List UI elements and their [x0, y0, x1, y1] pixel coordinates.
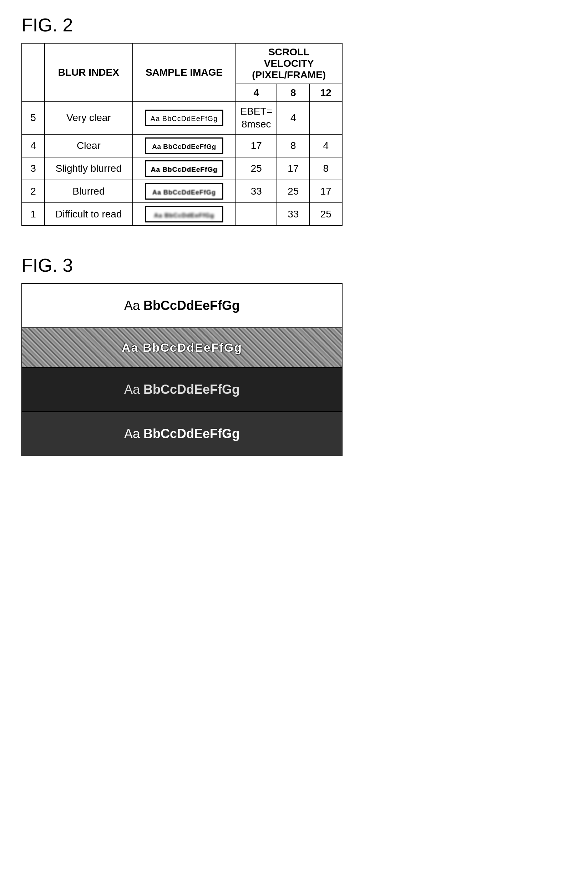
col-scroll-header: SCROLLVELOCITY(PIXEL/FRAME) — [236, 43, 342, 84]
row-v8: 8 — [277, 134, 309, 157]
row-v12: 25 — [309, 203, 342, 225]
row-v12: 8 — [309, 157, 342, 180]
fig3-row1-text-light: Aa — [124, 298, 143, 313]
row-num: 3 — [22, 157, 45, 180]
row-sample: Aa BbCcDdEeFfGg — [133, 102, 236, 134]
table-row: 1 Difficult to read Aa BbCcDdEeFfGg 33 2… — [22, 203, 342, 225]
fig3-row1: Aa BbCcDdEeFfGg — [22, 284, 342, 328]
sample-text: Aa BbCcDdEeFfGg — [151, 115, 218, 122]
col-sample-header: SAMPLE IMAGE — [133, 43, 236, 102]
fig2-section: FIG. 2 BLUR INDEX SAMPLE IMAGE SCROLLVEL… — [21, 14, 567, 226]
row-num: 5 — [22, 102, 45, 134]
row-v12: 4 — [309, 134, 342, 157]
row-num: 4 — [22, 134, 45, 157]
sample-image-box: Aa BbCcDdEeFfGg — [145, 110, 224, 126]
row-sample: Aa BbCcDdEeFfGg — [133, 203, 236, 225]
col-blur-header: BLUR INDEX — [45, 43, 132, 102]
fig3-row3-text-light: Aa — [124, 382, 143, 397]
row-num: 2 — [22, 180, 45, 203]
sample-image-box: Aa BbCcDdEeFfGg — [145, 183, 224, 200]
row-v4: 33 — [236, 180, 277, 203]
row-v4 — [236, 203, 277, 225]
fig3-row4-text-light: Aa — [124, 426, 143, 441]
row-v4: 25 — [236, 157, 277, 180]
table-row: 4 Clear Aa BbCcDdEeFfGg 17 8 4 — [22, 134, 342, 157]
row-v4: 17 — [236, 134, 277, 157]
fig3-display: Aa BbCcDdEeFfGg Aa BbCcDdEeFfGg Aa BbCcD… — [21, 283, 342, 456]
sample-image-box: Aa BbCcDdEeFfGg — [145, 137, 224, 154]
row-v8: 4 — [277, 102, 309, 134]
fig3-row4-text-bold: BbCcDdEeFfGg — [143, 426, 240, 441]
row-num: 1 — [22, 203, 45, 225]
row-label: Difficult to read — [45, 203, 132, 225]
sample-image-box: Aa BbCcDdEeFfGg — [145, 160, 224, 177]
col-v4-header: 4 — [236, 84, 277, 102]
blur-index-table: BLUR INDEX SAMPLE IMAGE SCROLLVELOCITY(P… — [21, 43, 342, 226]
col-v12-header: 12 — [309, 84, 342, 102]
fig3-row2-text: Aa BbCcDdEeFfGg — [122, 341, 242, 354]
fig3-row2: Aa BbCcDdEeFfGg — [22, 328, 342, 368]
sample-image-box: Aa BbCcDdEeFfGg — [145, 206, 224, 222]
row-label: Slightly blurred — [45, 157, 132, 180]
table-row: 2 Blurred Aa BbCcDdEeFfGg 33 25 17 — [22, 180, 342, 203]
row-sample: Aa BbCcDdEeFfGg — [133, 157, 236, 180]
row-v12 — [309, 102, 342, 134]
row-v8: 33 — [277, 203, 309, 225]
sample-text: Aa BbCcDdEeFfGg — [151, 166, 218, 173]
row-v4: EBET=8msec — [236, 102, 277, 134]
row-v12: 17 — [309, 180, 342, 203]
fig3-row4: Aa BbCcDdEeFfGg — [22, 412, 342, 455]
table-row: 5 Very clear Aa BbCcDdEeFfGg EBET=8msec … — [22, 102, 342, 134]
col-number-header — [22, 43, 45, 102]
sample-text: Aa BbCcDdEeFfGg — [152, 143, 216, 150]
row-sample: Aa BbCcDdEeFfGg — [133, 134, 236, 157]
row-label: Very clear — [45, 102, 132, 134]
sample-text: Aa BbCcDdEeFfGg — [152, 189, 216, 196]
fig2-title: FIG. 2 — [21, 14, 567, 36]
fig3-title: FIG. 3 — [21, 255, 567, 276]
fig3-row3: Aa BbCcDdEeFfGg — [22, 368, 342, 412]
col-v8-header: 8 — [277, 84, 309, 102]
row-label: Clear — [45, 134, 132, 157]
fig3-section: FIG. 3 Aa BbCcDdEeFfGg Aa BbCcDdEeFfGg A… — [21, 255, 567, 456]
sample-text: Aa BbCcDdEeFfGg — [154, 212, 214, 219]
fig3-row3-text-bold: BbCcDdEeFfGg — [143, 382, 240, 397]
row-v8: 17 — [277, 157, 309, 180]
table-row: 3 Slightly blurred Aa BbCcDdEeFfGg 25 17… — [22, 157, 342, 180]
fig3-row1-text-bold: BbCcDdEeFfGg — [143, 298, 240, 313]
row-label: Blurred — [45, 180, 132, 203]
row-sample: Aa BbCcDdEeFfGg — [133, 180, 236, 203]
row-v8: 25 — [277, 180, 309, 203]
